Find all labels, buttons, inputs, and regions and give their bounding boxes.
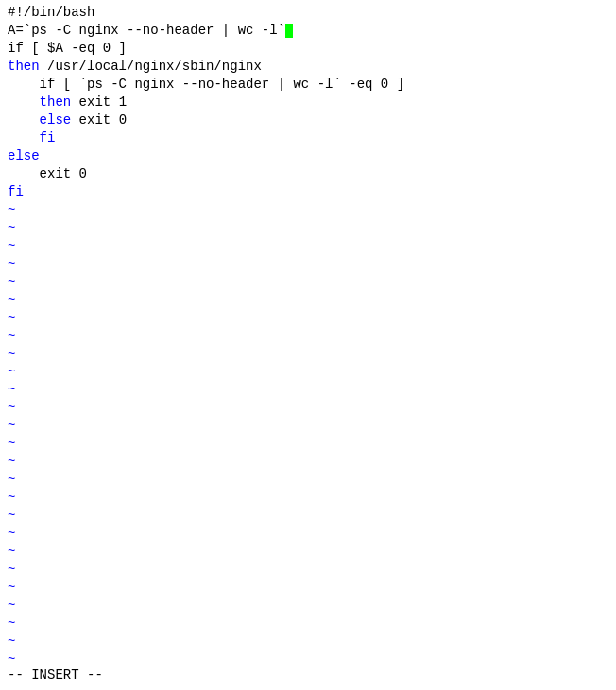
tilde-14: ~ <box>8 435 608 453</box>
tilde-13: ~ <box>8 417 608 435</box>
tilde-12: ~ <box>8 399 608 417</box>
keyword-else2: else <box>40 112 72 128</box>
code-line-6: then exit 1 <box>8 94 608 112</box>
vim-editor[interactable]: #!/bin/bash A=`ps -C nginx --no-header |… <box>0 0 616 690</box>
cursor <box>285 24 293 38</box>
code-line-11: fi <box>8 183 608 201</box>
tilde-10: ~ <box>8 363 608 381</box>
keyword-fi2: fi <box>40 130 56 146</box>
tilde-23: ~ <box>8 596 608 614</box>
tilde-16: ~ <box>8 471 608 489</box>
tilde-2: ~ <box>8 219 608 237</box>
tilde-17: ~ <box>8 489 608 507</box>
status-bar: -- INSERT -- <box>8 667 103 682</box>
tilde-19: ~ <box>8 525 608 543</box>
tilde-21: ~ <box>8 561 608 578</box>
code-line-8: fi <box>8 129 608 147</box>
tilde-24: ~ <box>8 614 608 632</box>
insert-mode-label: -- INSERT -- <box>8 667 103 682</box>
tilde-18: ~ <box>8 507 608 525</box>
code-line-4: then /usr/local/nginx/sbin/nginx <box>8 58 608 76</box>
code-line-2: A=`ps -C nginx --no-header | wc -l` <box>8 22 608 40</box>
code-line-9: else <box>8 147 608 165</box>
code-line-7: else exit 0 <box>8 112 608 129</box>
tilde-9: ~ <box>8 345 608 363</box>
keyword-then2: then <box>40 95 72 110</box>
keyword-then: then <box>8 59 40 74</box>
tilde-8: ~ <box>8 327 608 345</box>
tilde-20: ~ <box>8 543 608 561</box>
tilde-15: ~ <box>8 453 608 471</box>
tilde-4: ~ <box>8 255 608 273</box>
code-line-10: exit 0 <box>8 165 608 183</box>
tilde-26: ~ <box>8 650 608 668</box>
keyword-else: else <box>8 148 40 164</box>
tilde-22: ~ <box>8 578 608 596</box>
tilde-1: ~ <box>8 201 608 219</box>
code-line-3: if [ $A -eq 0 ] <box>8 40 608 58</box>
tilde-6: ~ <box>8 291 608 309</box>
tilde-5: ~ <box>8 273 608 291</box>
tilde-3: ~ <box>8 237 608 255</box>
tilde-7: ~ <box>8 309 608 327</box>
code-line-1: #!/bin/bash <box>8 4 608 22</box>
code-line-5: if [ `ps -C nginx --no-header | wc -l` -… <box>8 76 608 94</box>
keyword-fi: fi <box>8 184 24 199</box>
tilde-25: ~ <box>8 632 608 650</box>
tilde-11: ~ <box>8 381 608 399</box>
